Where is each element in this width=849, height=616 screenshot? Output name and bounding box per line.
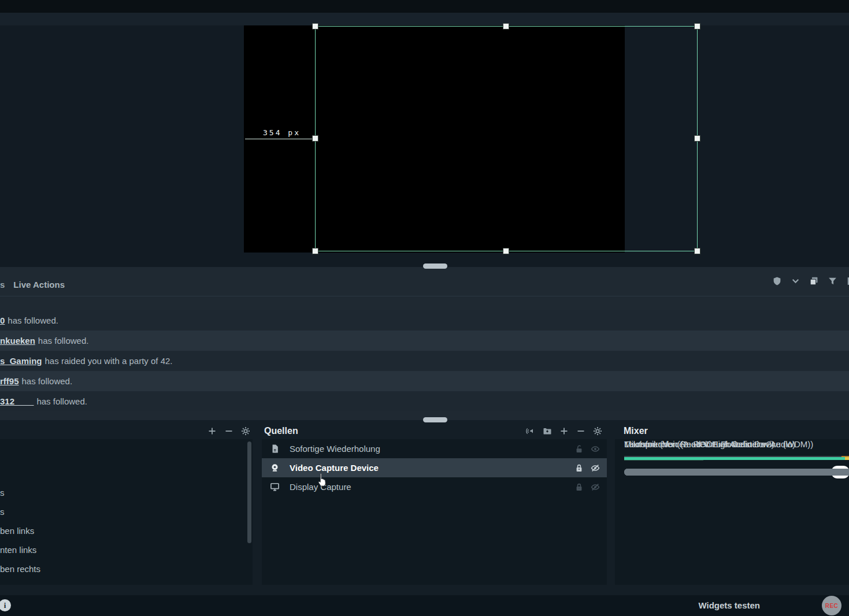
event-username-link[interactable]: 312____ — [0, 396, 34, 406]
scene-item[interactable]: s — [0, 502, 253, 521]
copy-icon[interactable] — [809, 276, 819, 286]
source-row[interactable]: Sofortige Wiederholung — [262, 439, 607, 458]
scenes-scrollbar — [247, 441, 251, 582]
source-label: Sofortige Wiederholung — [290, 444, 568, 454]
tab-live-actions[interactable]: Live Actions — [13, 280, 65, 290]
toolbar-strip — [0, 13, 849, 25]
event-username-link[interactable]: s_Gaming — [0, 356, 42, 366]
slider-track[interactable] — [624, 469, 849, 476]
scene-label: s — [0, 488, 5, 498]
scene-label: ben rechts — [0, 564, 40, 574]
sources-title: Quellen — [264, 426, 298, 436]
event-username-link[interactable]: rff95 — [0, 376, 19, 386]
remove-icon[interactable] — [224, 426, 233, 436]
eye-slash-icon[interactable] — [591, 483, 600, 492]
scene-item[interactable]: ben rechts — [0, 559, 253, 578]
events-section: s Live Actions 0 has f — [0, 267, 849, 420]
events-tabs: s Live Actions — [0, 276, 65, 292]
sources-header: Quellen — [262, 424, 607, 439]
rec-label: REC — [825, 603, 839, 609]
sources-panel: Sofortige Wiederholung Video Cap — [262, 439, 607, 585]
add-icon[interactable] — [559, 426, 569, 436]
resize-handle-top-middle[interactable] — [503, 23, 509, 29]
event-row: 0 has followed. — [0, 310, 849, 331]
pause-icon[interactable] — [846, 276, 849, 286]
scenes-header — [0, 424, 253, 439]
events-toolbar — [772, 276, 849, 286]
unlock-icon[interactable] — [574, 444, 584, 454]
test-widgets-button[interactable]: Widgets testen — [698, 600, 760, 610]
gear-icon[interactable] — [241, 426, 250, 436]
eye-icon[interactable] — [591, 444, 600, 454]
media-file-icon — [270, 444, 280, 454]
bottom-panels: s s ben links nten links ben rechts ten … — [0, 420, 849, 587]
remove-icon[interactable] — [576, 426, 585, 436]
source-row[interactable]: Video Capture Device — [262, 458, 607, 477]
titlebar — [0, 0, 849, 13]
event-message: has raided you with a party of 42. — [45, 356, 173, 366]
event-row: s_Gaming has raided you with a party of … — [0, 351, 849, 371]
chevron-down-icon[interactable] — [791, 276, 800, 286]
resize-handle-top-left[interactable] — [312, 23, 318, 29]
scene-label: s — [0, 507, 5, 517]
scenes-list: s s ben links nten links ben rechts ten … — [0, 483, 253, 585]
shield-icon[interactable] — [772, 276, 782, 286]
resize-handle-bottom-left[interactable] — [312, 248, 318, 254]
resize-handle-bottom-right[interactable] — [694, 248, 700, 254]
event-row: 312____ has followed. — [0, 391, 849, 411]
event-username-link[interactable]: 0 — [0, 316, 5, 325]
add-icon[interactable] — [207, 426, 217, 436]
event-feed: 0 has followed. nkueken has followed. s_… — [0, 310, 849, 411]
size-label: 354 px — [263, 128, 301, 137]
webcam-icon — [270, 463, 280, 473]
source-selection-box[interactable] — [315, 26, 698, 251]
scene-label: nten links — [0, 545, 36, 555]
scenes-panel: s s ben links nten links ben rechts ten … — [0, 439, 253, 585]
scene-label: ten rechts — [0, 583, 38, 585]
resize-handle-middle-left[interactable] — [312, 135, 318, 142]
preview-area: 354 px — [0, 25, 849, 267]
splitter-handle-top[interactable] — [423, 264, 447, 269]
audio-wave-icon[interactable] — [526, 426, 535, 436]
source-label: Display Capture — [290, 482, 568, 492]
info-icon[interactable]: i — [0, 599, 11, 611]
event-row: rff95 has followed. — [0, 371, 849, 391]
status-bar: i Widgets testen REC — [0, 595, 849, 616]
mixer-panel: Lautsprecher (Realtek High Definition Au… — [615, 439, 849, 585]
measure-guide-line — [245, 139, 312, 139]
splitter-handle-bottom[interactable] — [423, 417, 447, 422]
hand-cursor-icon — [315, 473, 329, 489]
resize-handle-middle-right[interactable] — [694, 135, 700, 142]
scrollbar-thumb[interactable] — [247, 441, 251, 543]
scene-item[interactable]: ten rechts — [0, 578, 253, 585]
event-message: has followed. — [8, 316, 58, 325]
event-message: has followed. — [38, 336, 89, 346]
tab-fragment[interactable]: s — [0, 280, 5, 290]
volume-slider[interactable] — [624, 466, 849, 478]
lock-icon[interactable] — [574, 463, 584, 473]
streamlabs-window: 354 px s Live Actions — [0, 0, 849, 616]
mixer-title: Mixer — [624, 426, 648, 436]
resize-handle-top-right[interactable] — [694, 23, 700, 29]
lock-icon[interactable] — [574, 483, 584, 492]
event-message: has followed. — [36, 396, 87, 406]
event-username-link[interactable]: nkueken — [0, 336, 35, 346]
event-row: nkueken has followed. — [0, 331, 849, 351]
resize-handle-bottom-middle[interactable] — [503, 248, 509, 254]
mixer-channel-label: Mikrofon (Voicemod Virtual Audio Device … — [624, 439, 813, 449]
event-message: has followed. — [22, 376, 73, 386]
gear-icon[interactable] — [593, 426, 602, 436]
add-folder-icon[interactable] — [543, 426, 552, 436]
monitor-icon — [270, 482, 280, 492]
scene-label: ben links — [0, 526, 34, 536]
filter-icon[interactable] — [828, 276, 837, 286]
scene-item[interactable]: s — [0, 483, 253, 502]
mixer-header: Mixer — [615, 424, 849, 439]
mixer-channel: Mikrofon (Voicemod Virtual Audio Device … — [624, 439, 849, 492]
source-label: Video Capture Device — [290, 463, 568, 473]
eye-slash-icon[interactable] — [591, 463, 600, 473]
record-button[interactable]: REC — [822, 596, 841, 615]
source-row[interactable]: Display Capture — [262, 477, 607, 496]
scene-item[interactable]: ben links — [0, 521, 253, 540]
scene-item[interactable]: nten links — [0, 540, 253, 559]
